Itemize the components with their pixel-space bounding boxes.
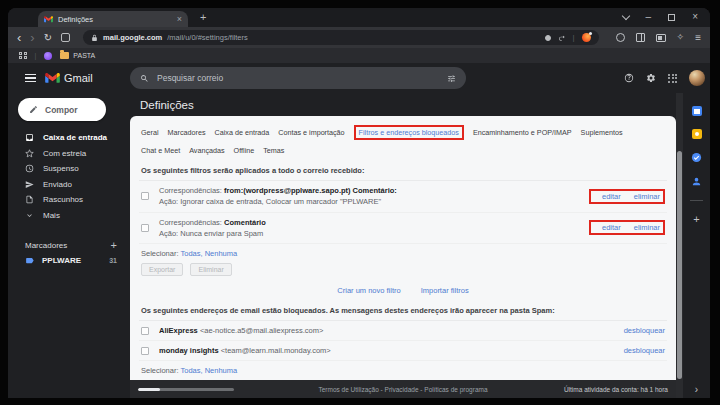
annotation-box-filter-actions: editar eliminar [589, 189, 665, 204]
extension-icon[interactable] [582, 33, 591, 42]
blocked-name: monday insights [159, 346, 219, 355]
collections-icon[interactable] [656, 34, 666, 42]
search-options-icon[interactable] [447, 74, 456, 83]
apps-grid-icon[interactable] [19, 52, 27, 60]
sidebar-label-pplware[interactable]: PPLWARE 31 [8, 252, 130, 269]
edit-filter-link[interactable]: editar [602, 223, 621, 232]
tab-close-icon[interactable]: × [177, 15, 182, 24]
gmail-logo[interactable]: Gmail [45, 72, 93, 84]
tab-chat-e-meet[interactable]: Chat e Meet [141, 146, 180, 155]
tab-geral[interactable]: Geral [141, 128, 159, 137]
tab-contas-importacao[interactable]: Contas e importação [278, 128, 344, 137]
add-addon-button[interactable]: + [693, 214, 699, 225]
select-all-link[interactable]: Todas, [180, 249, 202, 258]
calendar-icon[interactable] [692, 106, 702, 116]
select-none-link[interactable]: Nenhuma [205, 366, 238, 375]
tab-suplementos[interactable]: Suplementos [581, 128, 623, 137]
import-filters-link[interactable]: Importar filtros [421, 286, 469, 295]
help-icon[interactable] [624, 73, 634, 83]
google-apps-icon[interactable] [668, 74, 677, 83]
browser-menu-icon[interactable]: ≡ [695, 33, 701, 43]
filter-checkbox[interactable] [141, 224, 149, 232]
address-bar[interactable]: mail.google.com/mail/u/0/#settings/filte… [83, 30, 599, 45]
tab-offline[interactable]: Offline [234, 146, 255, 155]
match-value: Comentário [224, 218, 266, 227]
browser-toolbar: ‹ › ↻ mail.google.com/mail/u/0/#settings… [8, 27, 710, 48]
browser-titlebar: Definições × + – × [8, 8, 710, 27]
lock-icon [91, 34, 98, 42]
window-menu-icon[interactable] [621, 11, 629, 19]
hamburger-menu-icon[interactable] [25, 74, 36, 82]
tab-title: Definições [58, 15, 172, 24]
close-button[interactable]: × [692, 12, 698, 22]
star-icon [25, 149, 34, 158]
tab-caixa-de-entrada[interactable]: Caixa de entrada [215, 128, 270, 137]
bookmarks-bar: | PASTA [8, 48, 710, 63]
sidebar-item-label: Com estrela [43, 149, 86, 158]
split-screen-icon[interactable] [636, 33, 645, 42]
bookmark-favicon[interactable] [44, 52, 52, 60]
add-label-button[interactable]: + [111, 240, 117, 251]
select-all-link[interactable]: Todas, [180, 366, 202, 375]
gear-icon[interactable] [646, 73, 656, 83]
favorites-icon[interactable]: ✧ [677, 33, 685, 42]
unblock-link[interactable]: desbloquear [624, 326, 665, 335]
filter-checkbox[interactable] [141, 192, 149, 200]
browser-tab[interactable]: Definições × [38, 11, 188, 27]
sidebar-item-label: Enviado [43, 180, 72, 189]
tab-avancadas[interactable]: Avançadas [189, 146, 224, 155]
new-tab-button[interactable]: + [200, 12, 206, 23]
contacts-icon[interactable] [691, 176, 702, 187]
create-filter-link[interactable]: Criar um novo filtro [337, 286, 400, 295]
sidebar-item-starred[interactable]: Com estrela [8, 146, 130, 162]
sidebar-item-more[interactable]: Mais [8, 208, 130, 224]
compose-button[interactable]: Compor [18, 98, 106, 121]
tab-marcadores[interactable]: Marcadores [168, 128, 206, 137]
delete-filter-link[interactable]: eliminar [634, 192, 660, 201]
vertical-scrollbar[interactable] [676, 93, 683, 398]
tasks-icon[interactable] [691, 152, 702, 163]
search-input[interactable] [157, 73, 439, 83]
minimize-button[interactable]: – [646, 12, 652, 22]
desktop: Definições × + – × ‹ › ↻ mail.google.com… [0, 0, 720, 405]
edit-filter-link[interactable]: editar [602, 192, 621, 201]
tab-encaminhamento-pop-imap[interactable]: Encaminhamento e POP/IMAP [473, 128, 572, 137]
delete-filter-link[interactable]: eliminar [634, 223, 660, 232]
delete-selected-button[interactable]: Eliminar [190, 263, 231, 276]
select-none-link[interactable]: Nenhuma [205, 249, 238, 258]
avatar[interactable] [689, 70, 705, 86]
divider: | [573, 33, 575, 42]
sidebar-item-inbox[interactable]: Caixa de entrada [8, 130, 130, 146]
search-bar[interactable] [130, 67, 466, 89]
search-icon [140, 74, 149, 83]
collapse-panel-icon[interactable]: › [695, 384, 698, 395]
bookmark-folder[interactable]: PASTA [60, 52, 95, 59]
gmail-header: Gmail [8, 63, 710, 93]
refresh-button[interactable]: ↻ [44, 32, 52, 43]
sidebar-item-sent[interactable]: Enviado [8, 177, 130, 193]
blocked-checkbox[interactable] [141, 327, 149, 335]
bookmark-icon[interactable] [61, 33, 70, 42]
share-icon[interactable] [558, 34, 566, 42]
tab-temas[interactable]: Temas [263, 146, 284, 155]
blocked-name: AliExpress [159, 326, 198, 335]
sidebar-item-drafts[interactable]: Rascunhos [8, 192, 130, 208]
horizontal-scrollbar[interactable] [138, 388, 234, 391]
sidebar-item-snoozed[interactable]: Suspenso [8, 161, 130, 177]
back-button[interactable]: ‹ [17, 31, 21, 44]
blocked-row: monday insights <team@learn.mail.monday.… [139, 341, 667, 361]
scrollbar-thumb[interactable] [677, 151, 682, 379]
tab-filtros-enderecos-bloqueados[interactable]: Filtros e endereços bloqueados [359, 128, 459, 137]
blocked-checkbox[interactable] [141, 347, 149, 355]
scrollbar-thumb[interactable] [138, 388, 160, 391]
keep-icon[interactable] [692, 129, 702, 139]
export-button[interactable]: Exportar [141, 263, 183, 276]
bookmark-folder-label: PASTA [73, 52, 95, 59]
maximize-button[interactable] [668, 14, 675, 21]
copilot-icon[interactable] [616, 33, 625, 42]
unblock-link[interactable]: desbloquear [624, 346, 665, 355]
settings-tabs: Geral Marcadores Caixa de entrada Contas… [139, 122, 667, 162]
match-label: Correspondências: [159, 186, 222, 195]
forward-button[interactable]: › [30, 31, 34, 44]
media-icon[interactable] [545, 35, 551, 41]
